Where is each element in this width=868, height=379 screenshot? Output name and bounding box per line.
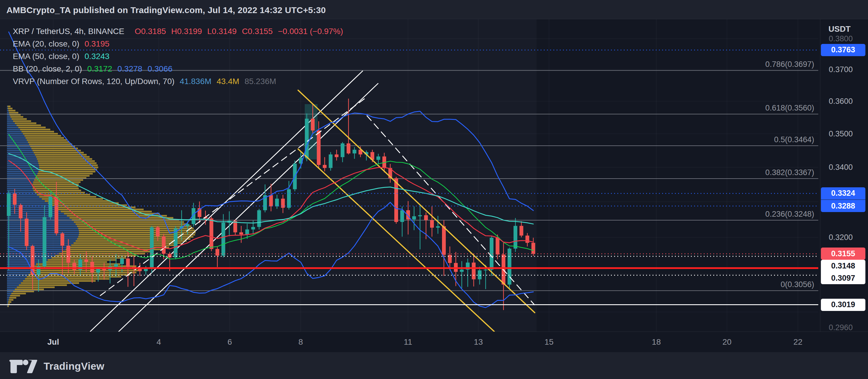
candle-body <box>114 264 118 267</box>
vrvp-up-bar <box>7 131 22 133</box>
vrvp-down-bar <box>32 185 78 187</box>
candle-body <box>239 232 243 234</box>
vrvp-down-bar <box>33 187 79 190</box>
candle-body <box>90 262 94 272</box>
vrvp-up-bar <box>7 305 7 307</box>
vrvp-up-bar <box>7 238 77 240</box>
vrvp-up-bar <box>7 116 10 118</box>
vrvp-up-bar <box>7 185 32 187</box>
vrvp-down-bar <box>8 110 16 111</box>
legend-vrvp-row[interactable]: VRVP (Number Of Rows, 120, Up/Down, 70) … <box>13 75 343 88</box>
vrvp-up-bar <box>7 280 23 282</box>
candle-body <box>287 190 291 208</box>
candle-body <box>532 243 535 254</box>
price-line-badge: 0.3324 <box>821 187 865 200</box>
vrvp-down-bar <box>10 295 20 297</box>
candle-body <box>496 238 500 255</box>
vrvp-down-bar <box>29 274 130 275</box>
price-line-badge: 0.3148 <box>821 260 865 272</box>
candle-body <box>472 263 476 280</box>
vrvp-up-bar <box>7 112 9 114</box>
tradingview-published-chart: AMBCrypto_TA published on TradingView.co… <box>0 0 868 379</box>
vrvp-up-bar <box>7 110 8 111</box>
legend-ema20-row[interactable]: EMA (20, close, 0) 0.3195 <box>13 37 343 50</box>
vrvp-down-bar <box>44 261 107 263</box>
vrvp-down-bar <box>77 226 191 227</box>
vrvp-down-bar <box>30 272 136 273</box>
candle-body <box>162 236 166 254</box>
vrvp-up-bar <box>7 221 74 223</box>
vrvp-up-bar <box>7 139 27 141</box>
fib-level-label: 0.786(0.3697) <box>765 60 814 69</box>
ohlc-high: H0.3199 <box>171 27 202 36</box>
ema20-label: EMA (20, close, 0) <box>13 39 80 49</box>
vrvp-down-bar <box>27 276 121 278</box>
vrvp-down-bar <box>39 196 96 198</box>
candle-body <box>222 223 225 255</box>
vrvp-up-bar <box>7 160 38 162</box>
vrvp-down-bar <box>35 154 87 156</box>
vrvp-down-bar <box>8 108 12 109</box>
vrvp-down-bar <box>15 122 36 124</box>
candle-body <box>126 259 130 267</box>
vrvp-down-bar <box>9 297 16 299</box>
vrvp-down-bar <box>34 152 84 153</box>
fib-level-label: 0.382(0.3367) <box>765 168 814 177</box>
legend-symbol-row[interactable]: XRP / TetherUS, 4h, BINANCE O0.3185 H0.3… <box>13 25 343 37</box>
vrvp-up-bar <box>7 200 45 202</box>
price-tick-label: 0.3800 <box>829 34 853 43</box>
candle-body <box>13 194 17 204</box>
candle-body <box>55 197 58 234</box>
candle-body <box>156 227 160 236</box>
candle-body <box>67 246 70 263</box>
fib-level-label: 0.618(0.3560) <box>765 104 814 112</box>
candle-body <box>49 197 52 217</box>
vrvp-down-bar <box>23 280 96 282</box>
legend-ema50-row[interactable]: EMA (50, close, 0) 0.3243 <box>13 50 343 62</box>
vrvp-down-bar <box>35 265 136 267</box>
vrvp-down-bar <box>13 120 31 122</box>
time-axis[interactable]: Jul468111315182022 <box>0 331 868 353</box>
vrvp-down-bar <box>10 116 23 118</box>
legend-bb-row[interactable]: BB (20, close, 2, 0) 0.3172 0.3278 0.306… <box>13 62 343 75</box>
tradingview-attribution-link[interactable]: TradingView <box>9 359 104 373</box>
candle-body <box>174 228 178 257</box>
vrvp-up-bar <box>7 181 33 183</box>
bb-label: BB (20, close, 2, 0) <box>13 64 82 74</box>
price-line-badge: 0.3097 <box>821 272 865 284</box>
vrvp-down-bar <box>33 190 81 192</box>
vrvp-down-bar <box>79 234 195 236</box>
candle-body <box>43 217 46 266</box>
vrvp-down-bar <box>11 293 26 294</box>
vrvp-up-bar <box>7 120 13 122</box>
vrvp-down-bar <box>36 156 90 158</box>
vrvp-down-bar <box>75 240 187 242</box>
candle-body <box>484 270 488 270</box>
candle-body <box>341 143 345 157</box>
price-tick-label: 0.3500 <box>829 129 853 138</box>
candle-body <box>215 249 219 256</box>
symbol-title: XRP / TetherUS, 4h, BINANCE <box>13 27 124 36</box>
vrvp-down-bar <box>8 301 11 303</box>
vrvp-down-volume: 43.4M <box>217 77 239 86</box>
vrvp-down-bar <box>71 244 176 246</box>
chart-legend[interactable]: XRP / TetherUS, 4h, BINANCE O0.3185 H0.3… <box>13 25 343 88</box>
vrvp-up-bar <box>7 118 12 120</box>
ohlc-open: O0.3185 <box>135 27 166 36</box>
price-tick-label: 0.3700 <box>829 65 853 74</box>
vrvp-up-bar <box>7 282 21 284</box>
time-tick-label: Jul <box>48 338 59 347</box>
vrvp-down-bar <box>17 124 41 126</box>
vrvp-up-bar <box>7 122 15 124</box>
candle-body <box>168 254 172 257</box>
vrvp-up-bar <box>7 287 17 288</box>
candle-body <box>442 226 446 255</box>
bb-lower-value: 0.3066 <box>148 64 173 74</box>
bb-upper-value: 0.3278 <box>118 64 143 74</box>
vrvp-down-bar <box>17 287 55 288</box>
vrvp-down-bar <box>37 173 93 175</box>
vrvp-up-bar <box>7 164 39 166</box>
vrvp-down-bar <box>36 175 90 177</box>
price-axis[interactable]: USDT 0.38000.37000.36000.35000.34000.320… <box>820 19 868 331</box>
candle-body <box>430 220 434 228</box>
